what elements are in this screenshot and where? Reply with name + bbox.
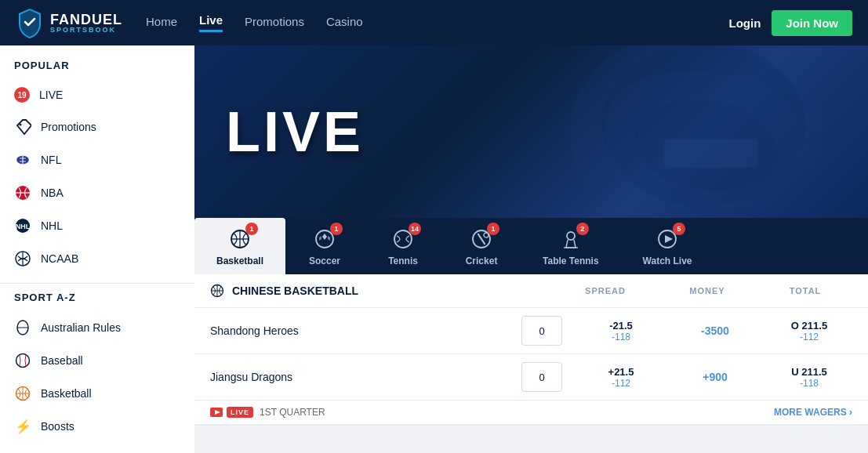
svg-point-27 — [394, 230, 412, 248]
tab-tennis[interactable]: 14 Tennis — [364, 218, 442, 274]
total-top-jiangsu: U 211.5 — [791, 366, 827, 378]
more-wagers-link[interactable]: MORE WAGERS › — [774, 407, 852, 418]
money-cell-jiangsu[interactable]: +900 — [672, 370, 758, 384]
svg-marker-34 — [665, 235, 673, 243]
sidebar: POPULAR 19 LIVE Promotions — [0, 45, 194, 453]
svg-marker-26 — [328, 236, 330, 241]
sidebar-aus-label: Australian Rules — [41, 321, 121, 334]
tag-icon — [14, 118, 31, 136]
basketball-tab-label: Basketball — [216, 255, 263, 266]
ncaab-icon — [14, 250, 31, 267]
spread-bot-shandong: -118 — [612, 332, 630, 342]
money-val-shandong: -3500 — [701, 324, 729, 337]
sidebar-item-basketball[interactable]: Basketball — [0, 377, 194, 410]
spread-odds-jiangsu: +21.5 -112 — [570, 366, 672, 389]
content-area: LIVE 1 Basketball — [194, 45, 868, 453]
tennis-tab-label: Tennis — [388, 255, 418, 266]
svg-rect-19 — [664, 140, 758, 167]
sidebar-item-ncaab[interactable]: NCAAB — [0, 242, 194, 275]
spread-top-shandong: -21.5 — [609, 320, 633, 332]
svg-text:NHL: NHL — [16, 223, 31, 230]
team-name-jiangsu: Jiangsu Dragons — [210, 371, 521, 383]
nba-icon — [14, 184, 31, 201]
sidebar-boosts-label: Boosts — [41, 420, 74, 433]
hero-background-helmet — [539, 45, 837, 218]
sidebar-item-nfl[interactable]: NFL — [0, 143, 194, 176]
live-badge-label: LIVE — [227, 407, 253, 418]
svg-marker-24 — [322, 234, 327, 240]
cricket-tab-label: Cricket — [466, 255, 498, 266]
tab-cricket[interactable]: 1 Cricket — [442, 218, 521, 274]
money-cell-shandong[interactable]: -3500 — [672, 324, 758, 338]
spread-box-jiangsu[interactable]: 0 — [521, 362, 562, 392]
total-bot-shandong: -112 — [800, 332, 819, 342]
table-tennis-tab-badge: 2 — [576, 223, 589, 235]
logo-shield — [16, 7, 44, 38]
nav-promotions[interactable]: Promotions — [245, 15, 304, 31]
cricket-tab-badge: 1 — [487, 223, 499, 235]
total-odds-jiangsu: U 211.5 -118 — [758, 366, 860, 389]
sport-tabs-bar: 1 Basketball 1 Soccer — [194, 218, 868, 274]
nhl-icon: NHL — [14, 217, 31, 234]
watch-live-tab-badge: 5 — [673, 223, 685, 235]
sidebar-promotions-label: Promotions — [41, 121, 96, 133]
play-icon — [210, 408, 223, 417]
table-tennis-tab-label: Table Tennis — [543, 255, 599, 266]
soccer-tab-icon-wrap: 1 — [311, 226, 338, 252]
nav-casino[interactable]: Casino — [326, 15, 363, 31]
login-button[interactable]: Login — [729, 16, 761, 30]
game-footer: LIVE 1ST QUARTER MORE WAGERS › — [194, 400, 868, 426]
bet-cell-shandong-spread: 0 -21.5 -118 — [521, 316, 672, 346]
sidebar-nfl-label: NFL — [41, 154, 61, 166]
nav-home[interactable]: Home — [146, 15, 177, 31]
content-table-area: CHINESE BASKETBALL SPREAD MONEY TOTAL Sh… — [194, 274, 868, 453]
basketball-tab-icon-wrap: 1 — [227, 226, 253, 252]
sidebar-item-nhl[interactable]: NHL NHL — [0, 209, 194, 242]
basketball-tab-badge: 1 — [245, 223, 258, 235]
logo[interactable]: FANDUEL SPORTSBOOK — [16, 7, 122, 38]
soccer-tab-badge: 1 — [330, 223, 343, 235]
sidebar-item-live[interactable]: 19 LIVE — [0, 79, 194, 111]
live-badge: 19 — [14, 87, 30, 103]
tab-table-tennis[interactable]: 2 Table Tennis — [521, 218, 621, 274]
sidebar-item-baseball[interactable]: Baseball — [0, 344, 194, 377]
nav-live[interactable]: Live — [199, 13, 223, 32]
bet-cell-jiangsu-spread: 0 +21.5 -112 — [521, 362, 672, 392]
main-nav: Home Live Promotions Casino — [146, 13, 729, 32]
chinese-basketball-icon — [210, 284, 224, 298]
team-row-shandong: Shandong Heroes 0 -21.5 -118 -3500 — [194, 308, 868, 354]
svg-point-30 — [484, 233, 488, 237]
sidebar-item-boosts[interactable]: ⚡ Boosts — [0, 410, 194, 443]
live-quarter-text: 1ST QUARTER — [260, 407, 325, 418]
nfl-icon — [14, 151, 31, 169]
aus-rules-icon — [14, 319, 31, 336]
popular-section-title: POPULAR — [0, 60, 194, 79]
boosts-icon: ⚡ — [14, 418, 31, 435]
total-top-shandong: O 211.5 — [791, 320, 827, 332]
money-val-jiangsu: +900 — [703, 371, 728, 383]
sidebar-baseball-label: Baseball — [41, 354, 83, 367]
baseball-icon — [14, 352, 31, 369]
svg-point-13 — [16, 354, 30, 368]
spread-odds-shandong: -21.5 -118 — [570, 320, 672, 342]
total-cell-jiangsu: U 211.5 -118 — [758, 366, 852, 389]
join-button[interactable]: Join Now — [772, 10, 852, 36]
tab-soccer[interactable]: 1 Soccer — [285, 218, 364, 274]
watch-live-tab-label: Watch Live — [643, 255, 692, 266]
sidebar-item-nba[interactable]: NBA — [0, 176, 194, 209]
sidebar-divider — [0, 283, 194, 284]
basketball-icon — [14, 385, 31, 402]
tab-watch-live[interactable]: 5 Watch Live — [621, 218, 714, 274]
tab-basketball[interactable]: 1 Basketball — [194, 218, 285, 274]
game-section-title: CHINESE BASKETBALL — [232, 284, 547, 297]
total-odds-shandong: O 211.5 -112 — [758, 320, 860, 342]
logo-fanduel: FANDUEL — [50, 13, 122, 27]
sidebar-item-promotions[interactable]: Promotions — [0, 111, 194, 143]
spread-box-shandong[interactable]: 0 — [521, 316, 562, 346]
hero-title: LIVE — [226, 100, 364, 164]
sidebar-item-aus-rules[interactable]: Australian Rules — [0, 311, 194, 344]
header-right: Login Join Now — [729, 10, 853, 36]
col-header-money: MONEY — [664, 286, 750, 295]
logo-text: FANDUEL SPORTSBOOK — [50, 13, 122, 34]
total-bot-jiangsu: -118 — [800, 378, 819, 389]
